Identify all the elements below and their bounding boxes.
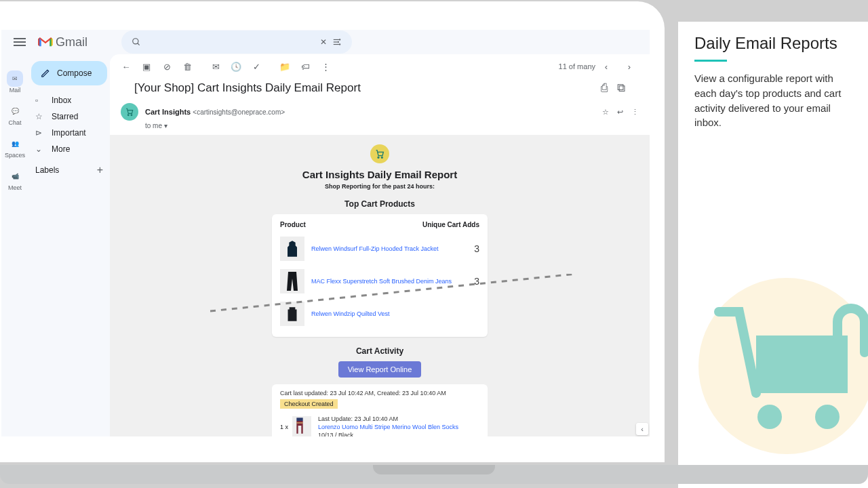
popout-button[interactable]: ⧉ (617, 81, 625, 95)
add-task-button[interactable]: ✓ (248, 58, 264, 75)
delete-button[interactable]: 🗑 (179, 58, 195, 75)
prev-button[interactable]: ‹ (598, 58, 614, 75)
snooze-button[interactable]: 🕓 (228, 58, 244, 75)
svg-rect-3 (334, 41, 338, 42)
report-logo-icon (370, 144, 389, 163)
gmail-logo-text: Gmail (56, 35, 87, 49)
col-adds: Unique Cart Adds (422, 221, 479, 228)
spam-button[interactable]: ⊘ (159, 58, 175, 75)
device-notch (373, 465, 495, 474)
search-options-icon[interactable] (330, 35, 344, 49)
pencil-icon (41, 68, 50, 78)
gmail-window: Gmail ✕ ✉Mail 💬Chat 👥Spaces 📹Meet C (1, 30, 650, 436)
product-row: Relwen Windsurf Full-Zip Hooded Track Ja… (280, 232, 479, 265)
pager-text: 11 of many (559, 62, 595, 70)
nav-important[interactable]: ⊳Important (28, 125, 110, 141)
product-link[interactable]: Relwen Windzip Quilted Vest (311, 310, 479, 317)
svg-point-16 (757, 405, 782, 429)
cart-item-qty: 1 x (280, 424, 288, 430)
gmail-m-icon (38, 37, 53, 47)
gmail-logo: Gmail (38, 35, 87, 49)
promo-panel: Daily Email Reports View a configurable … (678, 22, 868, 488)
hamburger-menu-icon[interactable] (14, 41, 26, 43)
cart-item-link[interactable]: Lorenzo Uomo Multi Stripe Merino Wool Bl… (318, 424, 458, 430)
nav-more[interactable]: ⌄More (28, 141, 110, 157)
sidebar: Compose ▫Inbox ☆Starred ⊳Important ⌄More… (28, 54, 110, 436)
search-input[interactable] (149, 37, 311, 47)
print-button[interactable]: ⎙ (601, 81, 608, 95)
email-content: ← ▣ ⊘ 🗑 ✉ 🕓 ✓ 📁 🏷 ⋮ 11 of many ‹ › (110, 54, 650, 436)
product-thumb (280, 302, 304, 326)
top-products-card: Product Unique Cart Adds Relwen Windsurf… (272, 214, 488, 337)
svg-point-6 (338, 41, 339, 43)
email-toolbar: ← ▣ ⊘ 🗑 ✉ 🕓 ✓ 📁 🏷 ⋮ 11 of many ‹ › (110, 54, 650, 79)
product-link[interactable]: MAC Flexx Superstretch Soft Brushed Deni… (311, 278, 474, 285)
svg-point-11 (381, 157, 382, 158)
svg-rect-13 (296, 422, 302, 423)
svg-point-10 (378, 157, 379, 158)
app-rail: ✉Mail 💬Chat 👥Spaces 📹Meet (1, 54, 28, 436)
labels-button[interactable]: 🏷 (297, 58, 313, 75)
sender-email: <cartinsights@oneprace.com> (193, 108, 285, 116)
col-product: Product (280, 221, 306, 228)
message-more-button[interactable]: ⋮ (631, 108, 639, 117)
rail-chat[interactable]: 💬Chat (7, 103, 23, 126)
search-bar[interactable]: ✕ (121, 30, 352, 54)
compose-button[interactable]: Compose (31, 61, 107, 85)
rail-spaces[interactable]: 👥Spaces (5, 136, 25, 159)
view-report-button[interactable]: View Report Online (338, 361, 422, 378)
search-icon[interactable] (130, 35, 143, 49)
gmail-topbar: Gmail ✕ (1, 30, 650, 54)
clear-search-icon[interactable]: ✕ (317, 35, 330, 49)
nav-starred[interactable]: ☆Starred (28, 108, 110, 125)
sender-row: Cart Insights <cartinsights@oneprace.com… (110, 102, 650, 122)
cart-item-update: Last Update: 23 Jul 10:40 AM (318, 415, 458, 422)
more-actions-button[interactable]: ⋮ (317, 58, 334, 75)
report-subtitle: Shop Reporting for the past 24 hours: (110, 183, 650, 190)
mark-unread-button[interactable]: ✉ (208, 58, 224, 75)
move-button[interactable]: 📁 (277, 58, 293, 75)
svg-point-7 (339, 43, 340, 45)
svg-rect-12 (296, 418, 302, 421)
back-button[interactable]: ← (118, 58, 134, 75)
product-row: Relwen Windzip Quilted Vest (280, 298, 479, 330)
promo-rule (694, 60, 727, 62)
cart-activity-heading: Cart Activity (110, 346, 650, 356)
product-thumb (280, 237, 304, 261)
reply-button[interactable]: ↩ (617, 108, 623, 117)
product-link[interactable]: Relwen Windsurf Full-Zip Hooded Track Ja… (311, 245, 474, 252)
sender-name: Cart Insights (145, 108, 191, 116)
cart-meta: Cart last updated: 23 Jul 10:42 AM, Crea… (280, 390, 479, 396)
email-subject: [Your Shop] Cart Insights Daily Email Re… (134, 81, 361, 94)
svg-point-17 (815, 405, 840, 429)
cart-illustration-icon (692, 271, 868, 461)
add-label-button[interactable]: + (97, 164, 103, 176)
nav-inbox[interactable]: ▫Inbox (28, 92, 110, 108)
product-count: 3 (474, 243, 479, 254)
star-button[interactable]: ☆ (602, 108, 609, 117)
labels-heading: Labels (35, 165, 59, 175)
svg-point-8 (127, 115, 129, 116)
product-count: 3 (474, 276, 479, 287)
archive-button[interactable]: ▣ (138, 58, 155, 75)
email-body: Cart Insights Daily Email Report Shop Re… (110, 135, 650, 436)
status-badge: Checkout Created (280, 399, 338, 409)
product-thumb (280, 269, 304, 293)
rail-mail[interactable]: ✉Mail (7, 70, 23, 94)
product-row: MAC Flexx Superstretch Soft Brushed Deni… (280, 265, 479, 298)
promo-title: Daily Email Reports (694, 34, 852, 53)
report-title: Cart Insights Daily Email Report (110, 169, 650, 180)
svg-line-1 (138, 43, 140, 45)
svg-point-0 (133, 39, 138, 44)
svg-point-9 (131, 115, 132, 116)
to-me[interactable]: to me ▾ (134, 122, 650, 129)
next-button[interactable]: › (621, 58, 637, 75)
rail-meet[interactable]: 📹Meet (7, 168, 23, 191)
cart-activity-card: Cart last updated: 23 Jul 10:42 AM, Crea… (272, 384, 488, 436)
cart-item-thumb (292, 416, 311, 436)
collapse-caret-button[interactable]: ‹ (636, 423, 648, 435)
top-products-heading: Top Cart Products (110, 199, 650, 209)
sender-avatar (121, 103, 138, 121)
svg-rect-2 (334, 39, 339, 40)
svg-point-5 (339, 39, 340, 40)
